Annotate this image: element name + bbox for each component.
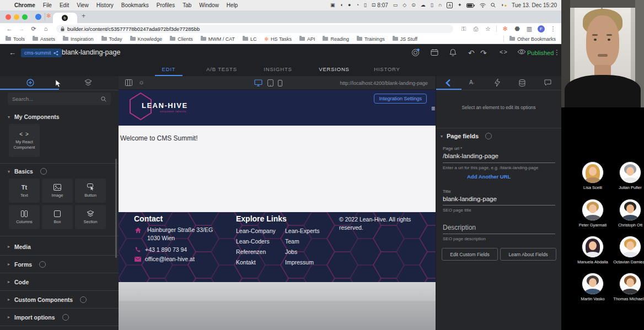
menu-edit[interactable]: Edit [60, 2, 69, 8]
bookmark-assets[interactable]: Assets [33, 36, 55, 42]
help-icon[interactable] [62, 314, 69, 321]
footer-link[interactable]: Kontakt [236, 259, 256, 266]
participant[interactable]: Thomas Michael... [611, 273, 644, 301]
password-key-icon[interactable]: ⚿ [458, 25, 470, 33]
menu-help[interactable]: Help [227, 2, 238, 8]
tab-history[interactable]: HISTORY [374, 66, 400, 72]
insert-plus-tab-icon[interactable] [26, 79, 34, 86]
participant[interactable]: Martin Vasko [573, 273, 612, 301]
profile-avatar[interactable]: F [538, 25, 545, 33]
hubspot-extension-icon[interactable]: ✻ [499, 25, 511, 33]
tile-box[interactable]: Box [42, 205, 73, 229]
bookmark-today[interactable]: Today [101, 36, 122, 42]
window-close-button[interactable] [6, 14, 11, 20]
basics-header[interactable]: ▾ Basics [8, 168, 47, 175]
menu-bookmarks[interactable]: Bookmarks [121, 2, 149, 8]
title-input[interactable]: blank-landing-page [443, 196, 497, 202]
code-view-icon[interactable]: <> [500, 48, 508, 55]
menu-window[interactable]: Window [199, 2, 219, 8]
lean-hive-logo-text[interactable]: LEAN-HIVE [142, 101, 188, 110]
panel-scrollbar[interactable] [115, 159, 117, 258]
other-bookmarks[interactable]: Other Bookmarks [509, 36, 556, 42]
animations-tab-icon[interactable] [495, 79, 500, 86]
bookmark-trainings[interactable]: Trainings [357, 36, 385, 42]
forward-button[interactable]: → [15, 25, 28, 32]
tile-columns[interactable]: Columns [9, 205, 40, 229]
share-icon[interactable]: ⎙ [470, 25, 482, 33]
bookmark-reading[interactable]: Reading [323, 36, 349, 42]
layout-grid-icon[interactable] [125, 79, 132, 86]
bluetooth-icon[interactable]: ✦ [458, 3, 462, 8]
header-overflow-menu[interactable]: ⋮ [554, 48, 560, 56]
wifi-icon[interactable] [480, 3, 486, 8]
tab-ab-tests[interactable]: A/B TESTS [206, 66, 237, 72]
footer-phone[interactable]: +43 1 890 73 94 [145, 246, 187, 253]
device-phone-icon[interactable] [278, 80, 282, 86]
tile-section[interactable]: Section [75, 205, 106, 229]
webcam-video-speaker[interactable] [561, 0, 644, 107]
bookmark-mwm-cat[interactable]: MWM / CAT [201, 36, 235, 42]
participant[interactable]: Peter Gyarmati [573, 199, 612, 228]
bookmark-lc[interactable]: LC [243, 36, 257, 42]
layers-tab-icon[interactable] [84, 79, 92, 86]
footer-email[interactable]: office@lean-hive.at [145, 256, 195, 262]
menu-profiles[interactable]: Profiles [157, 2, 175, 8]
diamond-app-icon[interactable]: ◇ [402, 3, 406, 8]
window-zoom-button[interactable] [22, 14, 28, 20]
address-bar[interactable]: builder.io/content/c53577778b0247ada972b… [56, 25, 453, 33]
learn-about-fields-button[interactable]: Learn About Fields [500, 248, 556, 261]
hubspot-pinned-tab-icon[interactable]: ✻ [46, 13, 51, 19]
help-icon[interactable] [40, 168, 47, 175]
help-icon[interactable] [485, 133, 492, 139]
keyboard-icon[interactable]: ▭ [393, 3, 398, 8]
page-fields-header[interactable]: ▾ Page fields [441, 133, 492, 139]
fast-user-switch-icon[interactable]: ◗● [501, 3, 507, 8]
bookmark-inspiration[interactable]: Inspiration [63, 36, 94, 42]
bookmark-tools[interactable]: Tools [6, 36, 25, 42]
styles-tab-icon[interactable]: A◦ [469, 79, 474, 85]
footer-link[interactable]: Referenzen [236, 248, 266, 255]
hamburger-menu-icon[interactable]: ≡ [431, 105, 435, 112]
menu-view[interactable]: View [77, 2, 89, 8]
description-input[interactable]: Description [443, 224, 476, 231]
bookmark-clients[interactable]: Clients [170, 36, 193, 42]
input-source-icon[interactable]: A [447, 2, 453, 8]
bookmark-star-icon[interactable]: ☆ [482, 25, 494, 33]
section-code[interactable]: ▸ Code [0, 273, 119, 290]
info-status-icon[interactable]: ⊙ [411, 3, 416, 8]
bookmark-js-stuff[interactable]: JS Stuff [393, 36, 417, 42]
chrome-menu-icon[interactable]: ⋮ [547, 25, 559, 33]
bookmark-hs-tasks[interactable]: ✻HS Tasks [265, 36, 292, 42]
help-icon[interactable] [80, 296, 87, 303]
reload-button[interactable]: ⟳ [28, 25, 40, 33]
battery-icon[interactable] [466, 3, 475, 8]
participant[interactable]: Octavian Damiean [611, 236, 644, 264]
publish-status[interactable]: Published [527, 50, 554, 56]
back-button[interactable]: ← [3, 25, 15, 32]
footer-link[interactable]: Jobs [285, 248, 297, 255]
integration-settings-button[interactable]: Integration Settings [374, 94, 427, 104]
schedule-calendar-icon[interactable] [431, 48, 438, 56]
site-headline[interactable]: Welcome to CMS Summit! [120, 134, 197, 142]
options-tab-icon[interactable] [444, 79, 452, 86]
comments-tab-icon[interactable] [544, 79, 551, 86]
active-tab[interactable]: b [53, 13, 77, 23]
preview-url[interactable]: http://localhost:4200/blank-landing-page [340, 80, 428, 86]
undo-icon[interactable]: ↶ [468, 48, 475, 57]
menu-history[interactable]: History [96, 2, 114, 8]
tile-button[interactable]: Button [75, 178, 106, 203]
section-forms[interactable]: ▸ Forms [0, 256, 119, 273]
footer-link[interactable]: Lean-Experts [285, 228, 319, 234]
theme-sun-icon[interactable]: ☼ [138, 78, 144, 86]
add-another-url-link[interactable]: Add Another URL [467, 174, 511, 180]
help-icon[interactable] [39, 261, 46, 268]
footer-link[interactable]: Lean-Company [236, 228, 276, 234]
tile-image[interactable]: Image [42, 178, 73, 203]
menu-file[interactable]: File [43, 2, 52, 8]
my-react-component-tile[interactable]: < > My React Component [9, 124, 40, 157]
participant[interactable]: Christoph Ott [611, 199, 644, 228]
edit-custom-fields-button[interactable]: Edit Custom Fields [442, 248, 498, 261]
dark-app-icon[interactable]: ● [348, 3, 351, 8]
preview-eye-icon[interactable] [517, 48, 526, 55]
tab-edit[interactable]: EDIT [162, 66, 176, 72]
